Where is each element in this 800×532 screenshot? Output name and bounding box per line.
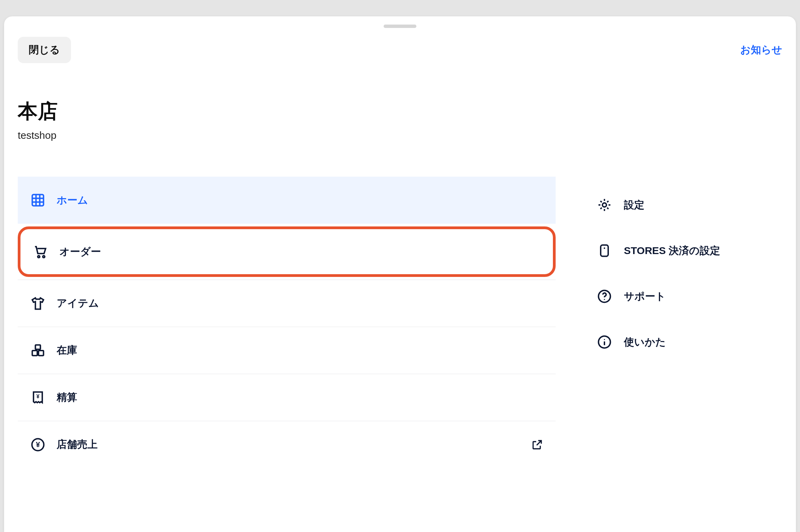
shirt-icon: [30, 296, 46, 311]
cart-icon: [33, 244, 48, 260]
external-link-icon: [531, 439, 543, 451]
gear-icon: [597, 197, 612, 213]
side-item-payment-settings[interactable]: STORES 決済の設定: [597, 228, 782, 274]
modal-sheet: 閉じる お知らせ 本店 testshop ホーム オー: [4, 16, 796, 532]
help-icon: [597, 289, 612, 304]
menu-label: アイテム: [57, 296, 99, 310]
side-menu: 設定 STORES 決済の設定 サポート: [597, 177, 782, 532]
svg-rect-8: [32, 351, 38, 356]
svg-point-13: [602, 203, 606, 207]
menu-label: ホーム: [57, 193, 88, 207]
grid-icon: [30, 192, 46, 208]
side-label: STORES 決済の設定: [624, 244, 720, 258]
store-subtitle: testshop: [18, 130, 782, 141]
side-item-howto[interactable]: 使いかた: [597, 319, 782, 365]
main-menu: ホーム オーダー アイテム: [18, 177, 556, 532]
menu-item-home[interactable]: ホーム: [18, 177, 556, 224]
notice-link[interactable]: お知らせ: [740, 43, 782, 57]
svg-rect-9: [39, 351, 44, 356]
box-icon: [30, 343, 46, 358]
svg-point-19: [604, 339, 605, 340]
svg-point-15: [604, 247, 605, 249]
svg-text:¥: ¥: [36, 393, 40, 399]
svg-rect-7: [35, 345, 41, 349]
menu-item-item[interactable]: アイテム: [18, 280, 556, 327]
menu-label: 在庫: [57, 343, 77, 357]
svg-point-6: [43, 256, 45, 258]
svg-rect-14: [601, 245, 608, 256]
svg-rect-0: [32, 195, 44, 206]
side-label: サポート: [624, 290, 666, 304]
menu-item-stock[interactable]: 在庫: [18, 327, 556, 374]
receipt-icon: ¥: [30, 390, 46, 405]
side-label: 設定: [624, 198, 644, 212]
menu-item-sales[interactable]: ¥ 店舗売上: [18, 421, 556, 468]
svg-text:¥: ¥: [36, 440, 40, 449]
store-title: 本店: [18, 98, 782, 125]
yen-icon: ¥: [30, 437, 46, 453]
side-item-support[interactable]: サポート: [597, 274, 782, 319]
store-header: 本店 testshop: [18, 98, 782, 141]
menu-label: 精算: [57, 390, 77, 404]
info-icon: [597, 334, 612, 350]
menu-item-order[interactable]: オーダー: [18, 226, 556, 277]
top-bar: 閉じる お知らせ: [4, 35, 796, 64]
menu-item-settlement[interactable]: ¥ 精算: [18, 374, 556, 421]
drag-handle[interactable]: [384, 25, 416, 28]
svg-point-17: [604, 299, 605, 300]
menu-label: 店舗売上: [57, 438, 98, 452]
side-item-settings[interactable]: 設定: [597, 182, 782, 228]
menu-label: オーダー: [59, 245, 101, 259]
side-label: 使いかた: [624, 335, 666, 349]
close-button[interactable]: 閉じる: [18, 37, 71, 63]
svg-point-5: [38, 256, 40, 258]
terminal-icon: [597, 243, 612, 258]
